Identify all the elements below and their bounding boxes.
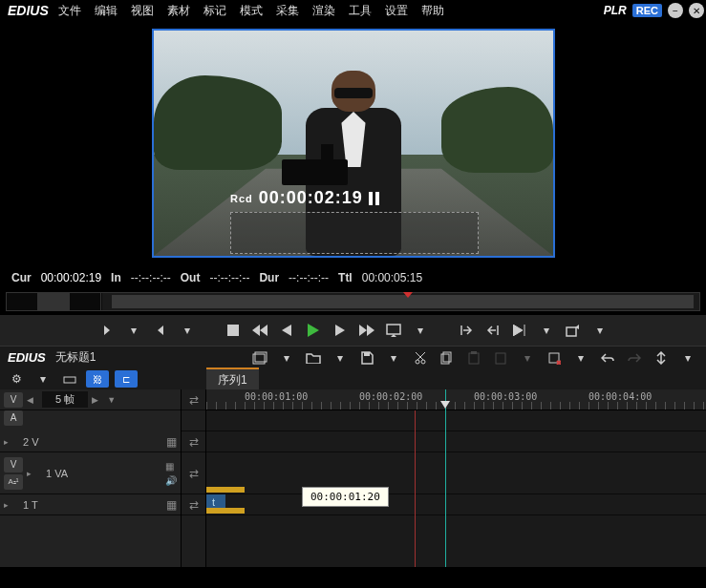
- scrub-bar[interactable]: [6, 292, 700, 311]
- new-sequence-button[interactable]: [249, 348, 270, 368]
- scrub-track[interactable]: [112, 295, 694, 308]
- snap-icon[interactable]: [59, 369, 80, 388]
- dropdown-icon[interactable]: ▾: [677, 348, 698, 368]
- out-value[interactable]: --:--:--:--: [209, 271, 249, 284]
- loop-dropdown-icon[interactable]: ▾: [409, 320, 432, 341]
- preview-viewport[interactable]: Rcd 00:00:02:19: [152, 29, 555, 258]
- plr-label: PLR: [604, 4, 627, 17]
- save-button[interactable]: [356, 348, 377, 368]
- film-icon[interactable]: ▦: [165, 461, 177, 472]
- expand-icon[interactable]: ▸: [27, 469, 38, 478]
- undo-button[interactable]: [597, 348, 618, 368]
- dropdown-icon[interactable]: ▾: [517, 348, 538, 368]
- dropdown-icon[interactable]: ▾: [330, 348, 351, 368]
- set-out-button[interactable]: [149, 320, 172, 341]
- track-2v-lane[interactable]: [206, 431, 706, 452]
- sequence-tab[interactable]: 序列1: [206, 368, 259, 391]
- cut-button[interactable]: [410, 348, 431, 368]
- timeline-settings-icon[interactable]: ⚙: [6, 369, 27, 388]
- audio-tag[interactable]: A₂¹: [4, 474, 23, 490]
- video-tag[interactable]: V: [4, 457, 23, 472]
- rewind-button[interactable]: [248, 320, 271, 341]
- project-logo: EDIUS: [8, 350, 46, 365]
- rec-badge[interactable]: REC: [632, 4, 662, 17]
- menu-tools[interactable]: 工具: [349, 3, 372, 19]
- swap-icon[interactable]: ⇄: [189, 498, 199, 512]
- menu-render[interactable]: 渲染: [312, 3, 335, 19]
- menu-mode[interactable]: 模式: [240, 3, 263, 19]
- redo-button[interactable]: [624, 348, 645, 368]
- track-1va-lane[interactable]: [206, 452, 706, 494]
- next-frame-button[interactable]: [329, 320, 352, 341]
- prev-frame-button[interactable]: [275, 320, 298, 341]
- insert-dropdown-icon[interactable]: ▾: [535, 320, 558, 341]
- track-spacer[interactable]: [206, 410, 706, 431]
- fast-forward-button[interactable]: [355, 320, 378, 341]
- audio-clip[interactable]: [206, 487, 245, 493]
- export-dropdown-icon[interactable]: ▾: [588, 320, 611, 341]
- play-button[interactable]: [302, 320, 325, 341]
- copy-button[interactable]: [437, 348, 458, 368]
- loop-button[interactable]: [382, 320, 405, 341]
- ttl-value[interactable]: 00:00:05:15: [362, 271, 422, 284]
- title-clip-bar[interactable]: [206, 508, 245, 514]
- audio-tag[interactable]: A: [4, 410, 23, 426]
- timeline-ruler[interactable]: 00:00:01:00 00:00:02:00 00:00:03:00 00:0…: [206, 389, 706, 410]
- track-gutter: ⇄ ⇄ ⇄ ⇄: [182, 389, 206, 567]
- menu-settings[interactable]: 设置: [385, 3, 408, 19]
- stop-button[interactable]: [222, 320, 245, 341]
- toggle-button[interactable]: [651, 348, 672, 368]
- marker-line[interactable]: [415, 410, 416, 567]
- menu-marker[interactable]: 标记: [203, 3, 226, 19]
- track-1va-header[interactable]: V A₂¹ ▸ 1 VA ▦ 🔊: [0, 452, 181, 494]
- dropdown-icon[interactable]: ▾: [570, 348, 591, 368]
- svg-rect-1: [387, 325, 400, 334]
- swap-icon[interactable]: ⇄: [189, 393, 199, 407]
- swap-icon[interactable]: ⇄: [189, 467, 199, 480]
- swap-icon[interactable]: ⇄: [189, 435, 199, 449]
- set-in-button[interactable]: [96, 320, 118, 341]
- clipboard-button[interactable]: [490, 348, 511, 368]
- goto-in-button[interactable]: [455, 320, 478, 341]
- track-1t-header[interactable]: ▸ 1 T ▦: [0, 494, 181, 515]
- dropdown-out-icon[interactable]: ▾: [176, 320, 199, 341]
- film-icon[interactable]: ▦: [166, 435, 177, 449]
- scrub-zoom-presets[interactable]: [7, 293, 102, 310]
- speaker-icon[interactable]: 🔊: [165, 475, 177, 486]
- delete-clip-button[interactable]: [544, 348, 565, 368]
- track-1t-lane[interactable]: t 2: [206, 494, 706, 515]
- menu-view[interactable]: 视图: [131, 3, 154, 19]
- timeline-dropdown-icon[interactable]: ▾: [32, 369, 53, 388]
- menu-clip[interactable]: 素材: [167, 3, 190, 19]
- insert-button[interactable]: [508, 320, 531, 341]
- dropdown-in-icon[interactable]: ▾: [122, 320, 145, 341]
- open-button[interactable]: [303, 348, 324, 368]
- timeline-playhead[interactable]: [445, 389, 446, 567]
- dropdown-icon[interactable]: ▾: [383, 348, 404, 368]
- timecode-row: Cur 00:00:02:19 In --:--:--:-- Out --:--…: [0, 269, 706, 286]
- track-2v-header[interactable]: ▸ 2 V ▦: [0, 431, 181, 452]
- menu-edit[interactable]: 编辑: [95, 3, 118, 19]
- dur-value[interactable]: --:--:--:--: [289, 271, 329, 284]
- in-value[interactable]: --:--:--:--: [131, 271, 171, 284]
- ttl-label: Ttl: [338, 271, 353, 284]
- cur-value[interactable]: 00:00:02:19: [41, 271, 101, 284]
- in-label: In: [111, 271, 121, 284]
- record-region-box[interactable]: [230, 212, 479, 254]
- timeline-tracks-area[interactable]: 00:00:01:00 00:00:02:00 00:00:03:00 00:0…: [206, 389, 706, 567]
- minimize-button[interactable]: −: [668, 3, 683, 18]
- menu-help[interactable]: 帮助: [421, 3, 444, 19]
- dropdown-icon[interactable]: ▾: [276, 348, 297, 368]
- ripple-mode-button[interactable]: ⊏: [115, 370, 138, 388]
- export-button[interactable]: [562, 320, 585, 341]
- expand-icon[interactable]: ▸: [4, 437, 15, 447]
- expand-icon[interactable]: ▸: [4, 500, 15, 510]
- scrub-playhead-icon[interactable]: [403, 292, 413, 298]
- menu-file[interactable]: 文件: [58, 3, 81, 19]
- close-button[interactable]: ✕: [689, 3, 704, 18]
- link-mode-button[interactable]: ⛓: [86, 370, 109, 388]
- menu-capture[interactable]: 采集: [276, 3, 299, 19]
- goto-out-button[interactable]: [481, 320, 504, 341]
- film-icon[interactable]: ▦: [166, 498, 177, 512]
- paste-button[interactable]: [463, 348, 484, 368]
